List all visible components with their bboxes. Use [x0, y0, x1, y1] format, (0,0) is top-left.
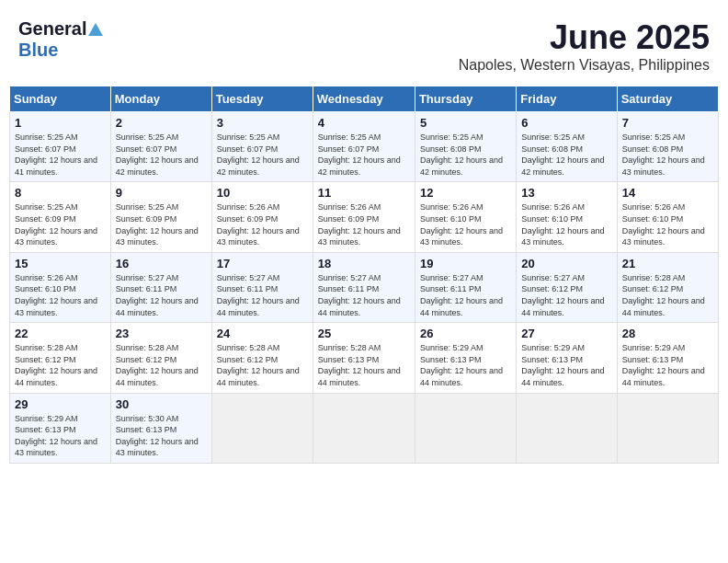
- calendar-cell: 3Sunrise: 5:25 AMSunset: 6:07 PMDaylight…: [211, 112, 313, 182]
- day-number: 27: [521, 327, 611, 340]
- title-section: June 2025 Napoles, Western Visayas, Phil…: [459, 18, 710, 74]
- calendar-cell: 25Sunrise: 5:28 AMSunset: 6:13 PMDayligh…: [313, 323, 415, 393]
- calendar-cell: 6Sunrise: 5:25 AMSunset: 6:08 PMDaylight…: [517, 112, 617, 182]
- day-number: 25: [318, 327, 410, 340]
- calendar-cell: 30Sunrise: 5:30 AMSunset: 6:13 PMDayligh…: [110, 393, 211, 463]
- logo-general-text: General: [18, 18, 86, 40]
- day-number: 6: [521, 116, 611, 130]
- calendar-cell: 4Sunrise: 5:25 AMSunset: 6:07 PMDaylight…: [313, 112, 415, 182]
- logo-triangle-icon: [88, 23, 103, 36]
- day-number: 23: [116, 327, 207, 340]
- day-info: Sunrise: 5:25 AMSunset: 6:09 PMDaylight:…: [15, 201, 106, 247]
- day-info: Sunrise: 5:28 AMSunset: 6:12 PMDaylight:…: [15, 342, 106, 388]
- calendar-cell: 16Sunrise: 5:27 AMSunset: 6:11 PMDayligh…: [110, 252, 211, 322]
- day-number: 20: [521, 257, 611, 270]
- calendar-cell: 27Sunrise: 5:29 AMSunset: 6:13 PMDayligh…: [517, 323, 617, 393]
- calendar-week-row: 8Sunrise: 5:25 AMSunset: 6:09 PMDaylight…: [10, 182, 719, 252]
- day-info: Sunrise: 5:25 AMSunset: 6:07 PMDaylight:…: [217, 132, 308, 178]
- day-number: 28: [622, 327, 713, 340]
- day-number: 29: [15, 397, 106, 411]
- day-info: Sunrise: 5:29 AMSunset: 6:13 PMDaylight:…: [15, 413, 106, 459]
- calendar-cell: 2Sunrise: 5:25 AMSunset: 6:07 PMDaylight…: [110, 112, 211, 182]
- calendar-header-wednesday: Wednesday: [313, 86, 415, 112]
- day-info: Sunrise: 5:27 AMSunset: 6:12 PMDaylight:…: [521, 272, 611, 318]
- day-info: Sunrise: 5:29 AMSunset: 6:13 PMDaylight:…: [622, 342, 713, 388]
- day-info: Sunrise: 5:26 AMSunset: 6:10 PMDaylight:…: [420, 201, 511, 247]
- calendar-cell: 22Sunrise: 5:28 AMSunset: 6:12 PMDayligh…: [10, 323, 111, 393]
- calendar-cell: 1Sunrise: 5:25 AMSunset: 6:07 PMDaylight…: [10, 112, 111, 182]
- day-info: Sunrise: 5:25 AMSunset: 6:07 PMDaylight:…: [116, 132, 207, 178]
- day-number: 11: [318, 186, 410, 200]
- calendar-cell: 9Sunrise: 5:25 AMSunset: 6:09 PMDaylight…: [110, 182, 211, 252]
- day-number: 3: [217, 116, 308, 130]
- day-info: Sunrise: 5:25 AMSunset: 6:08 PMDaylight:…: [420, 132, 511, 178]
- calendar-table: SundayMondayTuesdayWednesdayThursdayFrid…: [9, 86, 719, 464]
- logo-blue-text: Blue: [18, 40, 58, 61]
- day-info: Sunrise: 5:25 AMSunset: 6:08 PMDaylight:…: [521, 132, 611, 178]
- day-info: Sunrise: 5:28 AMSunset: 6:12 PMDaylight:…: [116, 342, 207, 388]
- calendar-cell: 19Sunrise: 5:27 AMSunset: 6:11 PMDayligh…: [415, 252, 516, 322]
- day-number: 26: [420, 327, 511, 340]
- calendar-header-sunday: Sunday: [10, 86, 111, 112]
- day-number: 30: [116, 397, 207, 411]
- calendar-cell: 28Sunrise: 5:29 AMSunset: 6:13 PMDayligh…: [617, 323, 718, 393]
- calendar-cell: [313, 393, 415, 463]
- day-number: 2: [116, 116, 207, 130]
- day-number: 15: [15, 257, 106, 270]
- calendar-cell: 20Sunrise: 5:27 AMSunset: 6:12 PMDayligh…: [517, 252, 617, 322]
- day-info: Sunrise: 5:29 AMSunset: 6:13 PMDaylight:…: [420, 342, 511, 388]
- day-number: 19: [420, 257, 511, 270]
- day-info: Sunrise: 5:28 AMSunset: 6:13 PMDaylight:…: [318, 342, 410, 388]
- calendar-cell: 7Sunrise: 5:25 AMSunset: 6:08 PMDaylight…: [617, 112, 718, 182]
- day-number: 21: [622, 257, 713, 270]
- day-number: 1: [15, 116, 106, 130]
- calendar-cell: 10Sunrise: 5:26 AMSunset: 6:09 PMDayligh…: [211, 182, 313, 252]
- calendar-cell: 13Sunrise: 5:26 AMSunset: 6:10 PMDayligh…: [517, 182, 617, 252]
- day-info: Sunrise: 5:25 AMSunset: 6:08 PMDaylight:…: [622, 132, 713, 178]
- day-info: Sunrise: 5:25 AMSunset: 6:09 PMDaylight:…: [116, 201, 207, 247]
- day-number: 10: [217, 186, 308, 200]
- calendar-cell: [517, 393, 617, 463]
- calendar-header-monday: Monday: [110, 86, 211, 112]
- month-title: June 2025: [459, 18, 710, 57]
- day-info: Sunrise: 5:28 AMSunset: 6:12 PMDaylight:…: [622, 272, 713, 318]
- location-title: Napoles, Western Visayas, Philippines: [459, 57, 710, 74]
- day-info: Sunrise: 5:26 AMSunset: 6:09 PMDaylight:…: [217, 201, 308, 247]
- day-number: 17: [217, 257, 308, 270]
- day-number: 13: [521, 186, 611, 200]
- day-number: 18: [318, 257, 410, 270]
- calendar-header-tuesday: Tuesday: [211, 86, 313, 112]
- day-info: Sunrise: 5:26 AMSunset: 6:09 PMDaylight:…: [318, 201, 410, 247]
- calendar-week-row: 22Sunrise: 5:28 AMSunset: 6:12 PMDayligh…: [10, 323, 719, 393]
- day-number: 7: [622, 116, 713, 130]
- calendar-cell: 17Sunrise: 5:27 AMSunset: 6:11 PMDayligh…: [211, 252, 313, 322]
- day-info: Sunrise: 5:27 AMSunset: 6:11 PMDaylight:…: [116, 272, 207, 318]
- day-number: 4: [318, 116, 410, 130]
- logo: General Blue: [18, 18, 103, 61]
- calendar-cell: 11Sunrise: 5:26 AMSunset: 6:09 PMDayligh…: [313, 182, 415, 252]
- day-number: 24: [217, 327, 308, 340]
- calendar-cell: 24Sunrise: 5:28 AMSunset: 6:12 PMDayligh…: [211, 323, 313, 393]
- day-info: Sunrise: 5:27 AMSunset: 6:11 PMDaylight:…: [318, 272, 410, 318]
- day-info: Sunrise: 5:28 AMSunset: 6:12 PMDaylight:…: [217, 342, 308, 388]
- day-number: 16: [116, 257, 207, 270]
- calendar-header-friday: Friday: [517, 86, 617, 112]
- day-number: 8: [15, 186, 106, 200]
- calendar-cell: [415, 393, 516, 463]
- day-info: Sunrise: 5:27 AMSunset: 6:11 PMDaylight:…: [420, 272, 511, 318]
- day-info: Sunrise: 5:26 AMSunset: 6:10 PMDaylight:…: [521, 201, 611, 247]
- day-info: Sunrise: 5:26 AMSunset: 6:10 PMDaylight:…: [15, 272, 106, 318]
- calendar-cell: 12Sunrise: 5:26 AMSunset: 6:10 PMDayligh…: [415, 182, 516, 252]
- calendar-week-row: 29Sunrise: 5:29 AMSunset: 6:13 PMDayligh…: [10, 393, 719, 463]
- calendar-cell: 8Sunrise: 5:25 AMSunset: 6:09 PMDaylight…: [10, 182, 111, 252]
- day-info: Sunrise: 5:25 AMSunset: 6:07 PMDaylight:…: [15, 132, 106, 178]
- calendar-cell: [617, 393, 718, 463]
- calendar-cell: 26Sunrise: 5:29 AMSunset: 6:13 PMDayligh…: [415, 323, 516, 393]
- calendar-cell: 21Sunrise: 5:28 AMSunset: 6:12 PMDayligh…: [617, 252, 718, 322]
- calendar-cell: 23Sunrise: 5:28 AMSunset: 6:12 PMDayligh…: [110, 323, 211, 393]
- day-info: Sunrise: 5:30 AMSunset: 6:13 PMDaylight:…: [116, 413, 207, 459]
- calendar-week-row: 15Sunrise: 5:26 AMSunset: 6:10 PMDayligh…: [10, 252, 719, 322]
- calendar-cell: 5Sunrise: 5:25 AMSunset: 6:08 PMDaylight…: [415, 112, 516, 182]
- calendar-week-row: 1Sunrise: 5:25 AMSunset: 6:07 PMDaylight…: [10, 112, 719, 182]
- day-info: Sunrise: 5:25 AMSunset: 6:07 PMDaylight:…: [318, 132, 410, 178]
